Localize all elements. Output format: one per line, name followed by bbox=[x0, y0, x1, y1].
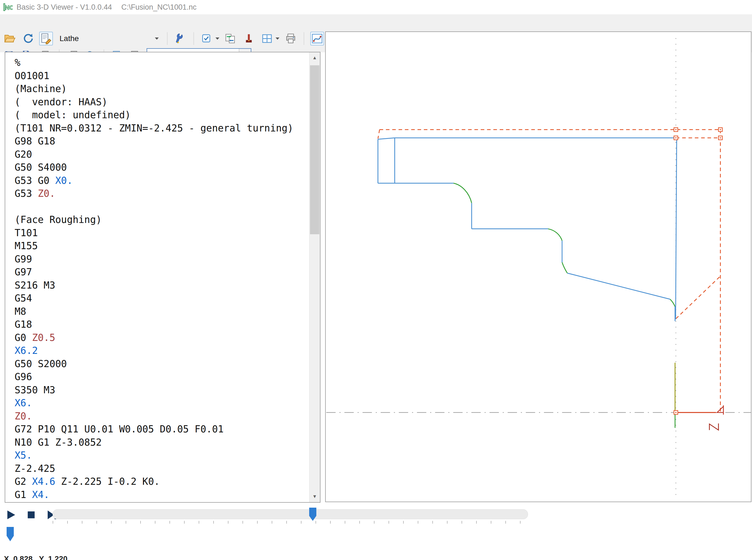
chevron-down-icon[interactable] bbox=[276, 38, 280, 40]
profile-face bbox=[676, 138, 677, 319]
code-line: ( vendor: HAAS) bbox=[15, 96, 309, 109]
gcode-panel: %O01001(Machine)( vendor: HAAS)( model: … bbox=[5, 52, 321, 503]
play-button[interactable] bbox=[5, 509, 17, 521]
code-line: S350 M3 bbox=[15, 384, 309, 397]
tool-holder-button[interactable] bbox=[242, 32, 256, 45]
open-folder-button[interactable] bbox=[3, 32, 17, 45]
speed-slider-thumb[interactable] bbox=[7, 527, 14, 541]
code-line: G18 bbox=[15, 318, 309, 331]
code-line: G1 X4. bbox=[15, 488, 309, 502]
code-line: G99 bbox=[15, 253, 309, 266]
progress-slider-ticks bbox=[53, 521, 527, 524]
code-line: ( model: undefined) bbox=[15, 108, 309, 122]
profile-arc-3 bbox=[562, 262, 567, 273]
code-lines: %O01001(Machine)( vendor: HAAS)( model: … bbox=[15, 56, 309, 501]
tool-zigzag-icon bbox=[709, 424, 718, 430]
code-line: G53 G0 X0. bbox=[15, 174, 309, 187]
progress-slider-track[interactable] bbox=[53, 509, 528, 519]
code-line: G96 bbox=[15, 371, 309, 384]
option-list-button[interactable] bbox=[200, 32, 214, 45]
window-file-path: C:\Fusion_NC\1001.nc bbox=[121, 3, 197, 12]
svg-text:NC: NC bbox=[5, 4, 13, 11]
code-line: (Face Roughing) bbox=[15, 213, 309, 226]
code-line: G2 X4.6 Z-2.225 I-0.2 K0. bbox=[15, 475, 309, 488]
code-line: G50 S4000 bbox=[15, 161, 309, 174]
play-icon bbox=[5, 509, 17, 521]
code-line: X6.2 bbox=[15, 344, 309, 357]
edit-file-button[interactable] bbox=[39, 32, 53, 45]
status-coordinates: X 0.828 Y 1.220 bbox=[4, 555, 67, 560]
gcode-text-area[interactable]: %O01001(Machine)( vendor: HAAS)( model: … bbox=[5, 52, 309, 502]
code-line: % bbox=[15, 56, 309, 69]
code-line: T101 bbox=[15, 226, 309, 240]
code-line: G50 S2000 bbox=[15, 357, 309, 371]
refresh-icon bbox=[22, 33, 34, 44]
code-line: O01001 bbox=[15, 69, 309, 83]
machine-type-combo[interactable]: Lathe bbox=[57, 32, 161, 45]
code-line: X6. bbox=[15, 397, 309, 410]
code-line: X5. bbox=[15, 449, 309, 462]
code-scrollbar[interactable]: ▲ ▼ bbox=[309, 52, 320, 502]
stop-icon bbox=[26, 509, 37, 521]
code-line: Z-2.425 bbox=[15, 462, 309, 475]
code-line: N10 G1 Z-3.0852 bbox=[15, 436, 309, 449]
code-line bbox=[15, 200, 309, 214]
plot-curve-icon bbox=[311, 33, 323, 44]
print-icon bbox=[285, 33, 297, 44]
toolbar-separator bbox=[167, 32, 167, 45]
code-line: Z0. bbox=[15, 410, 309, 423]
toolbar-separator bbox=[304, 32, 304, 45]
code-line: G54 bbox=[15, 292, 309, 305]
window-layout-icon bbox=[261, 33, 273, 44]
code-line: S216 M3 bbox=[15, 279, 309, 292]
code-line: G0 Z0.5 bbox=[15, 331, 309, 344]
scrollbar-thumb[interactable] bbox=[310, 65, 319, 234]
sync-files-button[interactable] bbox=[224, 32, 238, 45]
profile-arc-2 bbox=[548, 229, 562, 241]
open-folder-icon bbox=[4, 33, 16, 44]
profile-top-chamfer bbox=[378, 138, 395, 139]
scroll-up-button[interactable]: ▲ bbox=[309, 52, 320, 63]
machine-type-value: Lathe bbox=[60, 34, 79, 43]
tool-holder-icon bbox=[243, 33, 255, 44]
profile-arc-4 bbox=[670, 299, 675, 307]
code-line: M8 bbox=[15, 305, 309, 318]
code-line: G97 bbox=[15, 266, 309, 279]
tool-marker bbox=[717, 405, 723, 415]
settings-wrench-icon bbox=[175, 33, 186, 44]
code-line: (T101 NR=0.0312 - ZMIN=-2.425 - general … bbox=[15, 122, 309, 135]
app-icon: NC bbox=[3, 2, 13, 12]
edit-file-icon bbox=[40, 33, 52, 44]
code-line: G20 bbox=[15, 148, 309, 161]
refresh-button[interactable] bbox=[21, 32, 35, 45]
window-title: Basic 3-D Viewer - V1.0.0.44 bbox=[17, 3, 112, 12]
settings-wrench-button[interactable] bbox=[174, 32, 187, 45]
viewport-canvas[interactable] bbox=[325, 32, 751, 502]
profile-taper bbox=[567, 273, 670, 299]
code-line: G98 G18 bbox=[15, 135, 309, 148]
plot-curve-button[interactable] bbox=[310, 32, 324, 45]
toolpath-plot bbox=[326, 32, 751, 502]
sync-files-icon bbox=[225, 33, 237, 44]
chevron-down-icon bbox=[155, 38, 159, 40]
stock-corner-markers bbox=[674, 127, 723, 414]
code-line: G72 P10 Q11 U0.01 W0.005 D0.05 F0.01 bbox=[15, 423, 309, 436]
code-line: M155 bbox=[15, 239, 309, 253]
titlebar: NC Basic 3-D Viewer - V1.0.0.44 C:\Fusio… bbox=[0, 0, 752, 14]
option-list-icon bbox=[201, 33, 213, 44]
scroll-down-button[interactable]: ▼ bbox=[309, 491, 320, 502]
toolbar-separator bbox=[194, 32, 194, 45]
stock-diagonal bbox=[676, 276, 720, 319]
stop-button[interactable] bbox=[25, 509, 38, 521]
playback-controls bbox=[5, 509, 58, 521]
code-line: G53 Z0. bbox=[15, 187, 309, 200]
code-line: (Machine) bbox=[15, 82, 309, 96]
profile-arc-1 bbox=[453, 183, 472, 203]
window-layout-button[interactable] bbox=[260, 32, 274, 45]
print-button[interactable] bbox=[284, 32, 298, 45]
chevron-down-icon[interactable] bbox=[216, 38, 219, 40]
stock-outline-left bbox=[378, 129, 380, 139]
